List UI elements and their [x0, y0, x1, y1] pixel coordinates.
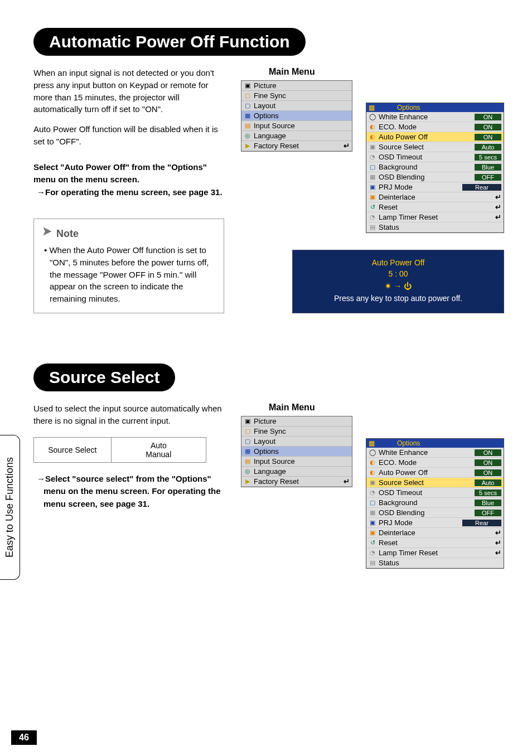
option-background[interactable]: ▢BackgroundBlue [366, 162, 504, 172]
option-label: Auto Power Off [379, 468, 428, 477]
menu-icon: ▢ [244, 92, 252, 100]
options-header: ▦Options [366, 103, 504, 112]
menu-label: Picture [254, 417, 276, 425]
option-prj-mode[interactable]: ▣PRJ ModeRear [366, 518, 504, 528]
option-label: OSD Timeout [379, 153, 422, 161]
menu-icon: ▤ [244, 122, 252, 130]
option-icon: ▣ [369, 479, 376, 487]
option-deinterlace[interactable]: ▣Deinterlace↵ [366, 192, 504, 202]
source-select-table: Source Select Auto Manual [33, 437, 206, 463]
option-icon: ◯ [369, 113, 376, 121]
option-icon: ◔ [369, 549, 376, 557]
page-number: 46 [11, 730, 37, 745]
enter-icon: ↵ [495, 193, 501, 201]
options-header-label: Options [397, 104, 420, 112]
option-auto-power-off[interactable]: ◐Auto Power OffON [366, 132, 504, 142]
menu-icon: ▶ [244, 478, 252, 486]
option-eco-mode[interactable]: ◐ECO. ModeON [366, 122, 504, 132]
option-osd-blending[interactable]: ▦OSD BlendingOFF [366, 508, 504, 518]
menu-label: Fine Sync [254, 91, 286, 100]
option-source-select[interactable]: ▣Source SelectAuto [366, 142, 504, 152]
option-icon: ▦ [369, 173, 376, 181]
menu-item-layout[interactable]: ▢Layout [241, 437, 352, 447]
option-icon: ↺ [369, 539, 376, 547]
source-table-r1: Auto [151, 441, 167, 450]
menu-item-language[interactable]: ◎Language [241, 467, 352, 477]
menu-item-picture[interactable]: ▣Picture [241, 416, 352, 427]
option-eco-mode[interactable]: ◐ECO. ModeON [366, 458, 504, 468]
s1-p2: Auto Power Off function will be disabled… [33, 123, 224, 148]
menu-label: Language [254, 467, 286, 476]
countdown-panel: Auto Power Off 5 : 00 ✷ → ⏻ Press any ke… [292, 250, 504, 313]
menu-label: Input Source [254, 457, 295, 466]
option-label: PRJ Mode [379, 518, 413, 527]
option-label: White Enhance [379, 113, 428, 121]
menu-item-options[interactable]: ▦Options [241, 111, 352, 121]
menu-icon: ▦ [244, 112, 252, 120]
option-value: 5 secs [475, 490, 501, 496]
menu-item-layout[interactable]: ▢Layout [241, 101, 352, 111]
menu-item-factory-reset[interactable]: ▶Factory Reset↵ [241, 477, 352, 487]
countdown-title: Auto Power Off [293, 258, 504, 267]
option-icon: ◔ [369, 214, 376, 221]
option-status[interactable]: ▤Status [366, 222, 504, 232]
option-icon: ▣ [369, 519, 376, 527]
menu-item-input-source[interactable]: ▤Input Source [241, 121, 352, 131]
option-value: 5 secs [475, 154, 501, 161]
option-reset[interactable]: ↺Reset↵ [366, 202, 504, 212]
option-label: OSD Blending [379, 508, 424, 517]
option-white-enhance[interactable]: ◯White EnhanceON [366, 112, 504, 122]
option-osd-blending[interactable]: ▦OSD BlendingOFF [366, 172, 504, 182]
menu-item-options[interactable]: ▦Options [241, 447, 352, 457]
option-label: Background [379, 498, 417, 507]
note-box: Note • When the Auto Power Off function … [33, 219, 224, 313]
option-label: OSD Timeout [379, 488, 422, 497]
option-osd-timeout[interactable]: ◔OSD Timeout5 secs [366, 152, 504, 162]
option-lamp-timer-reset[interactable]: ◔Lamp Timer Reset↵ [366, 212, 504, 222]
note-body: • When the Auto Power Off function is se… [42, 244, 216, 305]
option-background[interactable]: ▢BackgroundBlue [366, 498, 504, 508]
menu-label: Picture [254, 81, 276, 90]
menu-icon: ▣ [244, 82, 252, 90]
menu-icon: ▢ [244, 438, 252, 445]
menu-item-fine-sync[interactable]: ▢Fine Sync [241, 427, 352, 437]
option-white-enhance[interactable]: ◯White EnhanceON [366, 448, 504, 458]
option-icon: ▣ [369, 183, 376, 191]
enter-icon: ↵ [495, 213, 501, 221]
option-icon: ▣ [369, 143, 376, 151]
side-tab: Easy to Use Functions [0, 435, 20, 580]
menu-label: Factory Reset [254, 477, 299, 486]
menu-item-input-source[interactable]: ▤Input Source [241, 457, 352, 467]
menu-icon: ◎ [244, 132, 252, 140]
option-reset[interactable]: ↺Reset↵ [366, 538, 504, 548]
s1-instr1: Select "Auto Power Off" from the "Option… [33, 161, 224, 186]
source-table-left: Source Select [34, 438, 112, 462]
option-lamp-timer-reset[interactable]: ◔Lamp Timer Reset↵ [366, 548, 504, 558]
menu-item-language[interactable]: ◎Language [241, 131, 352, 141]
countdown-time: 5 : 00 [293, 269, 504, 278]
option-deinterlace[interactable]: ▣Deinterlace↵ [366, 528, 504, 538]
menu-label: Factory Reset [254, 142, 299, 150]
option-status[interactable]: ▤Status [366, 558, 504, 568]
option-value: Rear [462, 520, 501, 526]
menu-item-picture[interactable]: ▣Picture [241, 81, 352, 91]
option-value: Rear [462, 184, 501, 191]
option-icon: ◔ [369, 489, 376, 497]
main-menu-panel-2: ▣Picture▢Fine Sync▢Layout▦Options▤Input … [241, 416, 352, 487]
note-icon [42, 226, 53, 241]
menu-icon: ▣ [244, 418, 252, 425]
option-value: ON [475, 469, 501, 476]
option-icon: ▦ [369, 509, 376, 517]
option-prj-mode[interactable]: ▣PRJ ModeRear [366, 182, 504, 192]
option-osd-timeout[interactable]: ◔OSD Timeout5 secs [366, 488, 504, 498]
option-icon: ◯ [369, 449, 376, 457]
option-auto-power-off[interactable]: ◐Auto Power OffON [366, 468, 504, 478]
menu-item-factory-reset[interactable]: ▶Factory Reset↵ [241, 141, 352, 151]
enter-icon: ↵ [495, 539, 501, 547]
menu-item-fine-sync[interactable]: ▢Fine Sync [241, 91, 352, 101]
option-icon: ◐ [369, 123, 376, 131]
option-label: Lamp Timer Reset [379, 549, 438, 557]
enter-icon: ↵ [344, 142, 350, 150]
option-icon: ◐ [369, 469, 376, 477]
option-source-select[interactable]: ▣Source SelectAuto [366, 478, 504, 488]
